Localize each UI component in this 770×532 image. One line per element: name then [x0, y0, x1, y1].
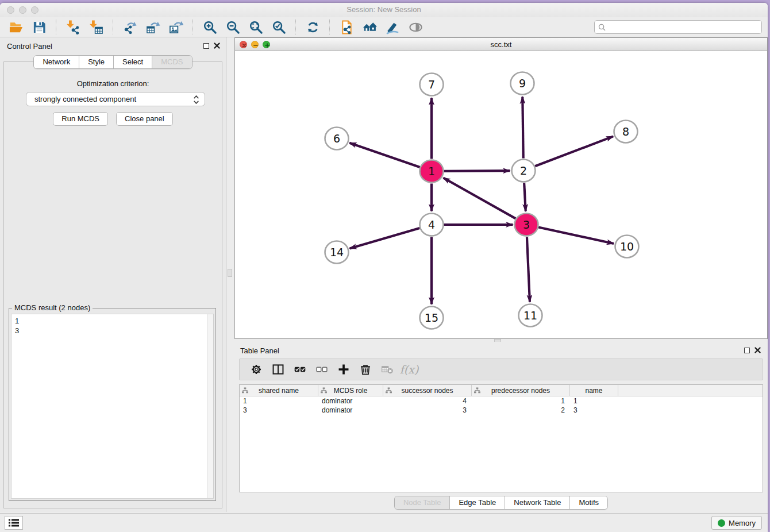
tab-edge-table[interactable]: Edge Table — [449, 496, 505, 509]
table-cell[interactable]: 1 — [472, 396, 570, 406]
svg-text:6: 6 — [333, 132, 340, 145]
graph-node-9[interactable]: 9 — [511, 72, 534, 95]
search-input[interactable] — [606, 21, 761, 33]
open-session-icon[interactable] — [7, 18, 25, 36]
zoom-in-icon[interactable] — [201, 18, 219, 36]
result-scrollbar[interactable] — [207, 314, 213, 498]
column-header-successor-nodes[interactable]: successor nodes — [383, 385, 472, 396]
graph-edge-3-11[interactable] — [527, 237, 530, 302]
table-cell[interactable]: 2 — [472, 406, 570, 415]
zoom-selected-icon[interactable] — [270, 18, 288, 36]
add-column-icon[interactable] — [335, 361, 352, 377]
graph-node-15[interactable]: 15 — [420, 307, 444, 329]
graph-node-11[interactable]: 11 — [519, 304, 542, 327]
vertical-splitter-grip[interactable] — [228, 269, 232, 277]
column-label: successor nodes — [401, 387, 453, 395]
table-cell[interactable]: 1 — [570, 396, 618, 406]
control-panel-title: Control Panel — [7, 42, 52, 51]
graph-node-10[interactable]: 10 — [615, 236, 639, 258]
graph-edge-2-9[interactable] — [522, 97, 523, 158]
tab-mcds[interactable]: MCDS — [152, 56, 191, 68]
gear-icon[interactable] — [248, 361, 265, 377]
close-panel-button[interactable]: Close panel — [116, 112, 173, 126]
zoom-fit-icon[interactable] — [247, 18, 265, 36]
export-table-icon[interactable] — [144, 18, 162, 36]
graph-node-8[interactable]: 8 — [614, 121, 638, 143]
table-cell[interactable]: dominator — [318, 406, 383, 415]
deselect-all-icon[interactable] — [313, 361, 330, 377]
zoom-out-icon[interactable] — [224, 18, 242, 36]
svg-text:1: 1 — [428, 165, 435, 178]
graph-node-7[interactable]: 7 — [420, 74, 444, 96]
graph-node-1[interactable]: 1 — [420, 160, 444, 183]
close-panel-icon[interactable] — [214, 43, 220, 49]
column-header-name[interactable]: name — [570, 385, 618, 396]
delete-column-icon[interactable] — [357, 361, 374, 377]
svg-text:14: 14 — [330, 246, 344, 259]
split-panel-icon[interactable] — [270, 361, 287, 377]
table-cell[interactable]: dominator — [318, 396, 383, 406]
table-cell[interactable]: 3 — [240, 406, 318, 415]
mcds-result-textarea[interactable]: 1 3 — [11, 314, 214, 499]
tab-network[interactable]: Network — [34, 56, 79, 68]
apply-style-icon[interactable] — [383, 18, 402, 36]
column-label: predecessor nodes — [491, 387, 550, 395]
task-history-button[interactable] — [5, 516, 23, 530]
table-cell[interactable]: 3 — [570, 406, 618, 415]
graph-edge-3-1[interactable] — [443, 178, 515, 219]
table-cell[interactable]: 1 — [240, 396, 318, 406]
graph-node-2[interactable]: 2 — [512, 160, 536, 182]
table-toolbar: f(x) — [239, 358, 763, 380]
tab-motifs[interactable]: Motifs — [569, 496, 607, 509]
graph-node-14[interactable]: 14 — [325, 241, 349, 264]
refresh-icon[interactable] — [303, 18, 322, 36]
svg-text:8: 8 — [622, 125, 629, 138]
graph-edge-4-14[interactable] — [350, 228, 420, 248]
column-header-shared-name[interactable]: shared name — [240, 385, 318, 396]
close-table-panel-icon[interactable] — [754, 347, 761, 353]
graph-edge-1-6[interactable] — [349, 143, 419, 167]
column-header-predecessor-nodes[interactable]: predecessor nodes — [472, 385, 570, 396]
application-window: Session: New Session Control Panel Netwo… — [0, 3, 768, 532]
svg-text:11: 11 — [523, 309, 537, 322]
memory-button[interactable]: Memory — [711, 516, 762, 530]
tab-network-table[interactable]: Network Table — [505, 496, 569, 509]
graph-edge-2-3[interactable] — [524, 183, 526, 211]
float-panel-icon[interactable] — [203, 43, 209, 49]
float-table-panel-icon[interactable] — [744, 348, 750, 353]
table-row[interactable]: 1dominator411 — [240, 396, 763, 406]
search-field[interactable] — [594, 20, 762, 34]
save-session-icon[interactable] — [30, 18, 48, 36]
network-window-titlebar: scc.txt — [235, 38, 767, 51]
network-canvas[interactable]: 7968124314101511 — [235, 51, 767, 338]
run-mcds-button[interactable]: Run MCDS — [53, 112, 108, 126]
network-from-selection-icon[interactable] — [337, 18, 356, 36]
graph-edge-2-8[interactable] — [535, 136, 613, 166]
table-panel: Table Panel f(x) shared nameMCDS rolesuc… — [234, 342, 768, 512]
optimization-criterion-select[interactable]: strongly connected component — [26, 92, 205, 106]
export-image-icon[interactable] — [167, 18, 185, 36]
toolbar-separator — [295, 20, 296, 34]
memory-label: Memory — [729, 519, 756, 527]
table-cell[interactable]: 4 — [383, 396, 472, 406]
svg-text:9: 9 — [519, 77, 526, 90]
graph-node-3[interactable]: 3 — [515, 214, 538, 236]
column-header-mcds-role[interactable]: MCDS role — [318, 385, 383, 396]
tab-style[interactable]: Style — [79, 56, 113, 68]
import-table-icon[interactable] — [87, 18, 105, 36]
graph-edge-3-10[interactable] — [538, 228, 614, 244]
home-icon[interactable] — [360, 18, 379, 36]
svg-text:15: 15 — [425, 311, 438, 324]
tab-node-table[interactable]: Node Table — [395, 496, 450, 509]
graph-edge-1-2[interactable] — [444, 171, 510, 171]
select-all-icon[interactable] — [291, 361, 309, 377]
tab-select[interactable]: Select — [113, 56, 152, 68]
graph-node-6[interactable]: 6 — [325, 128, 349, 150]
import-network-icon[interactable] — [64, 18, 82, 36]
export-network-icon[interactable] — [121, 18, 139, 36]
graph-node-4[interactable]: 4 — [420, 214, 444, 236]
table-cell[interactable]: 3 — [383, 406, 472, 415]
table-row[interactable]: 3dominator323 — [240, 406, 763, 415]
mcds-result-title: MCDS result (2 nodes) — [12, 303, 93, 312]
network-window-title: scc.txt — [235, 40, 767, 49]
